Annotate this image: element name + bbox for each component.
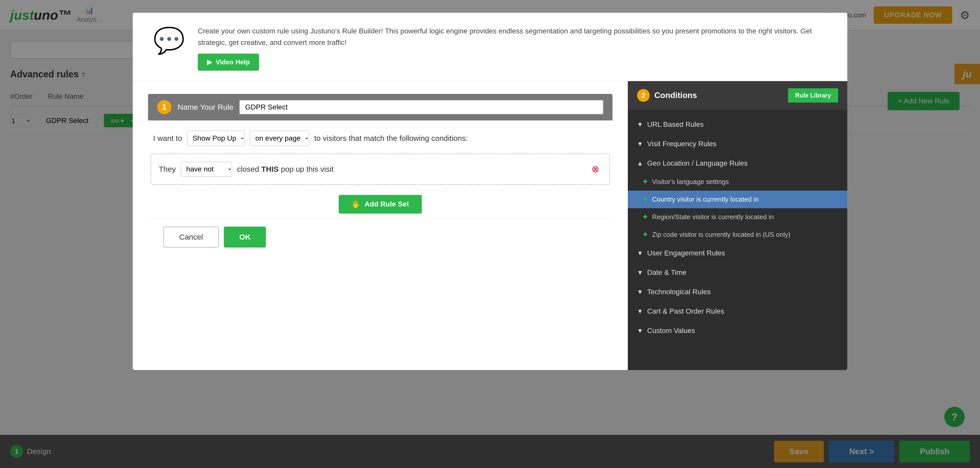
cond-section-url-header[interactable]: ▼ URL Based Rules	[628, 115, 847, 134]
step1-header: 1 Name Your Rule	[148, 94, 612, 121]
cart-label: Cart & Past Order Rules	[647, 307, 724, 315]
cond-section-datetime-header[interactable]: ▼ Date & Time	[628, 263, 847, 282]
cond-section-geo-header[interactable]: ▲ Geo Location / Language Rules	[628, 154, 847, 173]
video-help-label: Video Help	[216, 58, 250, 66]
show-popup-select[interactable]: Show Pop Up	[187, 131, 245, 146]
custom-arrow: ▼	[637, 327, 643, 334]
conditions-header: 2 Conditions Rule Library	[628, 81, 847, 110]
modal-header-text: Create your own custom rule using Justun…	[198, 25, 827, 48]
add-rule-set-label: Add Rule Set	[364, 200, 409, 208]
cond-section-geo: ▲ Geo Location / Language Rules ✦ Visito…	[628, 154, 847, 244]
modal-footer: Cancel OK	[148, 219, 612, 255]
user-engagement-arrow: ▼	[637, 250, 643, 257]
url-section-label: URL Based Rules	[647, 121, 704, 129]
cond-section-user-engagement-header[interactable]: ▼ User Engagement Rules	[628, 244, 847, 263]
tech-label: Technological Rules	[647, 288, 711, 296]
on-every-page-select[interactable]: on every page	[250, 131, 309, 146]
rule-they: They	[159, 165, 176, 174]
plus-icon-region: ✦	[642, 213, 648, 221]
modal-overlay: 💬 Create your own custom rule using Just…	[0, 0, 980, 468]
rule-text: closed THIS pop up this visit	[237, 165, 334, 174]
play-icon: ▶	[207, 58, 212, 66]
rule-condition-select[interactable]: have not	[181, 162, 232, 177]
conditions-title: Conditions	[654, 91, 697, 100]
cond-section-cart: ▼ Cart & Past Order Rules	[628, 302, 847, 321]
cond-section-datetime: ▼ Date & Time	[628, 263, 847, 282]
cond-section-custom: ▼ Custom Values	[628, 321, 847, 341]
cond-section-url: ▼ URL Based Rules	[628, 115, 847, 134]
cond-item-region[interactable]: ✦ Region/State visitor is currently loca…	[628, 208, 847, 226]
datetime-arrow: ▼	[637, 269, 643, 276]
visit-freq-label: Visit Frequency Rules	[647, 140, 717, 148]
cond-item-country-label: Country visitor is currently located in	[652, 196, 759, 204]
plus-icon: ✦	[642, 178, 648, 186]
rule-set-box: They have not closed THIS pop up this vi…	[151, 154, 610, 185]
cond-item-language[interactable]: ✦ Visitor's language settings	[628, 173, 847, 191]
plus-icon-country: ✦	[642, 195, 648, 204]
conditions-title-wrap: 2 Conditions	[637, 89, 697, 102]
conditions-step-number: 2	[637, 89, 650, 102]
cancel-button[interactable]: Cancel	[163, 227, 219, 248]
cond-section-tech: ▼ Technological Rules	[628, 282, 847, 302]
rule-name-input[interactable]	[239, 100, 603, 114]
want-to-row: I want to Show Pop Up on every page to v…	[148, 121, 612, 154]
datetime-label: Date & Time	[647, 269, 687, 277]
modal-header: 💬 Create your own custom rule using Just…	[133, 13, 847, 81]
add-rule-set-icon: 🖐	[352, 200, 360, 209]
custom-label: Custom Values	[647, 326, 695, 335]
cond-item-country[interactable]: ✦ Country visitor is currently located i…	[628, 191, 847, 208]
modal-left-panel: 1 Name Your Rule I want to Show Pop Up o…	[133, 81, 628, 370]
cond-section-custom-header[interactable]: ▼ Custom Values	[628, 321, 847, 341]
rule-library-button[interactable]: Rule Library	[788, 88, 838, 103]
visit-freq-arrow: ▼	[637, 140, 643, 148]
plus-icon-zipcode: ✦	[642, 231, 648, 239]
modal-header-content: Create your own custom rule using Justun…	[198, 25, 827, 71]
cond-section-visit-freq-header[interactable]: ▼ Visit Frequency Rules	[628, 134, 847, 154]
step1-label: Name Your Rule	[178, 103, 233, 111]
modal-dialog: 💬 Create your own custom rule using Just…	[133, 13, 847, 370]
video-help-button[interactable]: ▶ Video Help	[198, 54, 259, 71]
visitor-suffix: to visitors that match the following con…	[314, 134, 468, 143]
cond-item-region-label: Region/State visitor is currently locate…	[652, 213, 774, 221]
conditions-list: ▼ URL Based Rules ▼ Visit Frequency Rule…	[628, 110, 847, 370]
geo-section-label: Geo Location / Language Rules	[647, 159, 748, 167]
modal-body: 1 Name Your Rule I want to Show Pop Up o…	[133, 81, 847, 370]
cond-section-visit-freq: ▼ Visit Frequency Rules	[628, 134, 847, 154]
step1-number: 1	[157, 100, 172, 114]
cond-item-zipcode[interactable]: ✦ Zip code visitor is currently located …	[628, 226, 847, 244]
rule-row: They have not closed THIS pop up this vi…	[159, 162, 602, 177]
remove-icon: ⊗	[592, 164, 599, 175]
rule-remove-button[interactable]: ⊗	[589, 163, 602, 175]
modal-chat-icon: 💬	[153, 25, 185, 56]
add-rule-set-button[interactable]: 🖐 Add Rule Set	[339, 195, 422, 213]
geo-items: ✦ Visitor's language settings ✦ Country …	[628, 173, 847, 244]
cond-section-user-engagement: ▼ User Engagement Rules	[628, 244, 847, 263]
conditions-panel: 2 Conditions Rule Library ▼ URL Based Ru…	[628, 81, 847, 370]
cart-arrow: ▼	[637, 308, 643, 315]
cond-section-cart-header[interactable]: ▼ Cart & Past Order Rules	[628, 302, 847, 321]
cond-item-language-label: Visitor's language settings	[652, 178, 729, 186]
add-rule-set-wrap: 🖐 Add Rule Set	[148, 185, 612, 219]
want-to-prefix: I want to	[153, 134, 182, 143]
ok-button[interactable]: OK	[224, 227, 266, 248]
tech-arrow: ▼	[637, 288, 643, 296]
geo-section-arrow: ▲	[637, 160, 643, 167]
cond-section-tech-header[interactable]: ▼ Technological Rules	[628, 282, 847, 302]
user-engagement-label: User Engagement Rules	[647, 249, 725, 257]
cond-item-zipcode-label: Zip code visitor is currently located in…	[652, 231, 791, 239]
url-section-arrow: ▼	[637, 121, 643, 128]
